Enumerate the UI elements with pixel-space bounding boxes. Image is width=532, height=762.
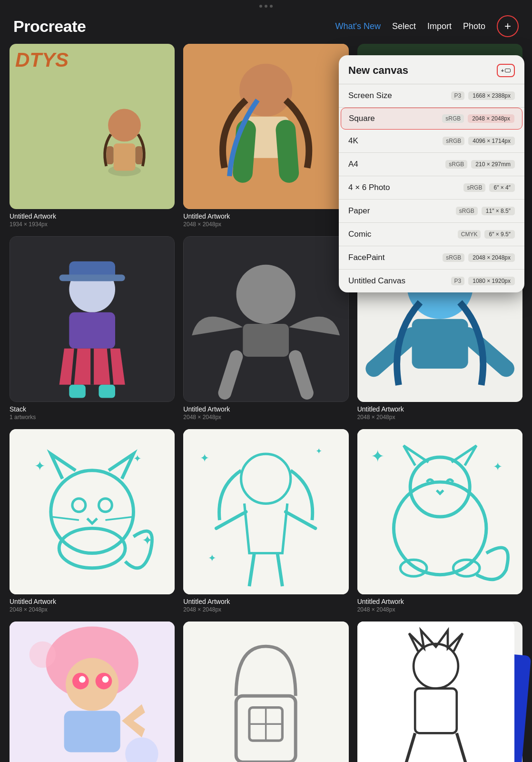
svg-rect-63 <box>361 622 510 762</box>
artwork-item: Stack 2 artworks <box>10 622 175 762</box>
svg-rect-16 <box>69 385 86 398</box>
artwork-thumbnail[interactable] <box>183 622 348 762</box>
add-button[interactable]: + <box>497 15 519 37</box>
canvas-preset-name: Screen Size <box>348 91 392 100</box>
artwork-label: Untitled Artwork <box>10 212 175 220</box>
photo-link[interactable]: Photo <box>463 21 485 31</box>
canvas-preset-specs: sRGB6″ × 4″ <box>463 183 515 192</box>
artwork-thumbnail[interactable]: DTYS <box>10 44 175 209</box>
artwork-item: Stack 1 artworks <box>10 236 175 420</box>
import-link[interactable]: Import <box>427 21 452 31</box>
artwork-size: 1 artworks <box>10 414 175 421</box>
status-bar <box>0 0 532 10</box>
character-purple-svg <box>10 237 174 401</box>
canvas-preset-name: 4 × 6 Photo <box>348 183 390 192</box>
svg-rect-17 <box>99 385 115 398</box>
artwork-item: ✦ ✦ ✦ Untitled Artwork 2048 × 2048px <box>183 429 348 613</box>
artwork-thumbnail[interactable]: ✦ ✦ ✦ <box>183 429 348 594</box>
canvas-colorspace-badge: P3 <box>451 277 465 285</box>
canvas-preset-specs: CMYK6″ × 9.5″ <box>458 230 515 239</box>
artwork-thumbnail[interactable]: ✦ ✦ ✦ <box>10 429 175 594</box>
canvas-preset-item[interactable]: ComicCMYK6″ × 9.5″ <box>339 223 524 246</box>
canvas-preset-specs: P31668 × 2388px <box>451 91 515 100</box>
canvas-colorspace-badge: sRGB <box>445 160 467 169</box>
canvas-preset-name: Comic <box>348 230 371 239</box>
artwork-label: Stack <box>10 405 175 413</box>
app-title: Procreate <box>13 17 86 36</box>
whats-new-link[interactable]: What's New <box>335 21 380 31</box>
canvas-preset-item[interactable]: A4sRGB210 × 297mm <box>339 153 524 176</box>
dot-2 <box>265 5 267 8</box>
canvas-colorspace-badge: sRGB <box>443 253 464 262</box>
canvas-preset-item[interactable]: Screen SizeP31668 × 2388px <box>339 84 524 108</box>
canvas-colorspace-badge: sRGB <box>443 137 464 145</box>
canvas-dimensions-badge: 11″ × 8.5″ <box>482 207 515 215</box>
canvas-preset-specs: sRGB11″ × 8.5″ <box>456 207 515 215</box>
svg-point-19 <box>236 265 296 324</box>
artwork-thumbnail[interactable] <box>10 236 175 401</box>
canvas-preset-specs: sRGB4096 × 1714px <box>443 137 515 145</box>
canvas-colorspace-badge: sRGB <box>456 207 478 215</box>
canvas-colorspace-badge: sRGB <box>463 183 485 192</box>
svg-rect-23 <box>412 319 468 369</box>
artwork-label: Untitled Artwork <box>183 212 348 220</box>
dot-3 <box>270 5 273 8</box>
artwork-size: 2048 × 2048px <box>183 221 348 228</box>
character-svg <box>79 69 170 209</box>
svg-rect-3 <box>107 146 114 164</box>
canvas-colorspace-badge: sRGB <box>442 114 464 123</box>
character-svg-2 <box>183 44 348 209</box>
canvas-list: Screen SizeP31668 × 2388pxSquaresRGB2048… <box>339 84 524 292</box>
sketch-girl-svg: ✦ ✦ ✦ <box>183 429 348 594</box>
svg-point-54 <box>102 676 109 683</box>
artwork-size: 1934 × 1934px <box>10 221 175 228</box>
canvas-preset-name: Untitled Canvas <box>348 276 405 286</box>
canvas-preset-item[interactable]: Untitled CanvasP31080 × 1920px <box>339 270 524 292</box>
artwork-item: ✦ ✦ Untitled Artwork 2048 × 2048px <box>357 429 522 613</box>
canvas-dimensions-badge: 1080 × 1920px <box>468 277 515 285</box>
select-link[interactable]: Select <box>392 21 416 31</box>
canvas-preset-name: Square <box>349 114 375 123</box>
canvas-preset-item[interactable]: PapersRGB11″ × 8.5″ <box>339 200 524 223</box>
dtys-text: DTYS <box>15 49 69 71</box>
new-canvas-btn-inner: + <box>501 68 511 73</box>
artwork-thumbnail[interactable] <box>10 622 175 762</box>
canvas-preset-item[interactable]: 4 × 6 PhotosRGB6″ × 4″ <box>339 176 524 200</box>
svg-rect-4 <box>136 146 143 164</box>
artwork-label: Untitled Artwork <box>183 598 348 605</box>
new-canvas-dropdown: New canvas + Screen SizeP31668 × 2388pxS… <box>339 55 524 292</box>
dot-1 <box>259 5 262 8</box>
artwork-label: Untitled Artwork <box>357 598 522 605</box>
svg-text:✦: ✦ <box>315 446 322 456</box>
artwork-size: 2048 × 2048px <box>10 606 175 613</box>
canvas-dimensions-badge: 210 × 297mm <box>471 160 515 169</box>
svg-text:✦: ✦ <box>208 552 217 563</box>
artwork-item: Untitled Artwork 2048 × 2048px <box>183 622 348 762</box>
canvas-preset-item[interactable]: 4KsRGB4096 × 1714px <box>339 130 524 153</box>
svg-text:✦: ✦ <box>493 460 502 473</box>
artwork-label: Untitled Artwork <box>183 405 348 413</box>
canvas-preset-item[interactable]: SquaresRGB2048 × 2048px <box>341 108 522 130</box>
artwork-size: 2048 × 2048px <box>183 606 348 613</box>
create-custom-canvas-button[interactable]: + <box>497 64 515 77</box>
mini-plus-icon: + <box>501 68 504 73</box>
header: Procreate What's New Select Import Photo… <box>0 10 532 44</box>
artwork-size: 2048 × 2048px <box>357 414 522 421</box>
svg-text:✦: ✦ <box>370 447 384 465</box>
canvas-dimensions-badge: 2048 × 2048px <box>468 253 515 262</box>
canvas-preset-name: 4K <box>348 136 358 146</box>
artwork-thumbnail[interactable] <box>183 236 348 401</box>
artwork-thumbnail[interactable] <box>357 622 522 762</box>
canvas-colorspace-badge: CMYK <box>458 230 481 239</box>
canvas-dimensions-badge: 2048 × 2048px <box>468 114 514 123</box>
character-grey-svg <box>184 237 348 401</box>
svg-rect-1 <box>114 143 136 170</box>
artwork-thumbnail[interactable] <box>183 44 348 209</box>
canvas-preset-item[interactable]: FacePaintsRGB2048 × 2048px <box>339 246 524 270</box>
canvas-preset-specs: sRGB2048 × 2048px <box>442 114 514 123</box>
canvas-preset-specs: sRGB210 × 297mm <box>445 160 515 169</box>
artwork-thumbnail[interactable]: ✦ ✦ <box>357 429 522 594</box>
svg-point-2 <box>108 109 141 142</box>
canvas-dimensions-badge: 4096 × 1714px <box>468 137 515 145</box>
canvas-preset-name: Paper <box>348 206 370 216</box>
